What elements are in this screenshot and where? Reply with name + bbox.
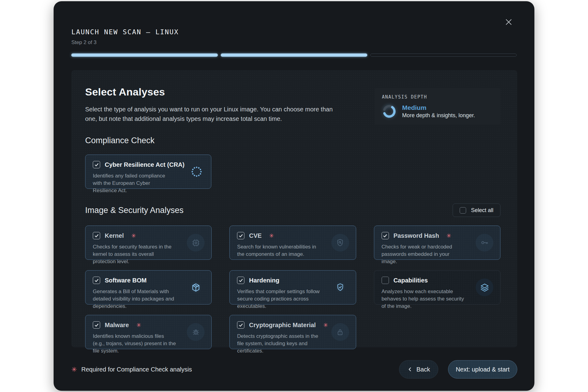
modal-title: LAUNCH NEW SCAN — LINUX xyxy=(71,28,517,36)
required-asterisk-icon: ✳ xyxy=(447,232,451,239)
select-all-label: Select all xyxy=(471,207,493,214)
analysis-card-malware[interactable]: Malware ✳ Identifies known malicious fil… xyxy=(85,315,212,349)
page-description: Select the type of analysis you want to … xyxy=(85,105,339,124)
progress-segment-2 xyxy=(221,54,367,57)
card-title: Malware xyxy=(105,322,129,329)
card-checkbox[interactable] xyxy=(93,232,100,239)
cra-checkbox[interactable] xyxy=(93,161,100,168)
analysis-depth-detail: More depth & insights, longer. xyxy=(402,112,475,119)
analysis-depth-value: Medium xyxy=(402,104,475,111)
card-description: Generates a Bill of Materials with detai… xyxy=(93,288,204,310)
card-title: Software BOM xyxy=(105,277,147,284)
select-analyses-panel: Select Analyses Select the type of analy… xyxy=(71,70,517,347)
chevron-left-icon xyxy=(407,367,413,372)
card-checkbox[interactable] xyxy=(382,232,389,239)
progress-bar xyxy=(71,54,517,57)
card-checkbox[interactable] xyxy=(237,277,244,284)
analysis-card-capabilities[interactable]: Capabilities ✳ Analyzes how each executa… xyxy=(374,270,500,304)
required-asterisk-icon: ✳ xyxy=(131,232,136,239)
analysis-depth-panel: ANALYSIS DEPTH Medium More depth & insig… xyxy=(375,88,500,125)
required-asterisk-icon: ✳ xyxy=(136,322,141,328)
key-icon xyxy=(476,234,493,252)
compliance-section-heading: Compliance Check xyxy=(85,136,500,145)
security-cards-grid: Kernel ✳ Checks for security features in… xyxy=(85,226,500,349)
select-all-button[interactable]: Select all xyxy=(453,203,500,217)
bug-icon xyxy=(187,323,205,341)
security-section-heading: Image & Security Analyses xyxy=(85,206,183,215)
analysis-card-cve[interactable]: CVE ✳ Search for known vulnerabilities i… xyxy=(229,226,356,260)
analysis-card-cryptographic-material[interactable]: Cryptographic Material ✳ Detects cryptog… xyxy=(229,315,356,349)
next-button[interactable]: Next: upload & start xyxy=(448,360,517,379)
required-note: ✳ Required for Compliance Check analysis xyxy=(71,366,192,373)
required-note-text: Required for Compliance Check analysis xyxy=(81,366,192,373)
analysis-card-hardening[interactable]: Hardening ✳ Verifies that compiler setti… xyxy=(229,270,356,304)
card-title: CVE xyxy=(249,232,262,239)
step-indicator: Step 2 of 3 xyxy=(71,39,517,46)
progress-segment-1 xyxy=(71,54,218,57)
layers-icon xyxy=(476,278,493,296)
cra-card-description: Identifies any failed compliance with th… xyxy=(93,172,204,194)
shield-search-icon xyxy=(331,234,349,252)
card-title: Capabilities xyxy=(394,277,428,284)
analysis-card-software-bom[interactable]: Software BOM ✳ Generates a Bill of Mater… xyxy=(85,270,212,304)
card-description: Identifies known malicious files (e.g., … xyxy=(93,333,204,355)
card-checkbox[interactable] xyxy=(237,232,244,239)
card-description: Verifies that compiler settings follow s… xyxy=(237,288,348,310)
modal-footer: ✳ Required for Compliance Check analysis… xyxy=(71,360,517,379)
shield-check-icon xyxy=(331,278,349,296)
cra-card[interactable]: Cyber Resilience Act (CRA) Identifies an… xyxy=(85,155,211,189)
launch-scan-modal: LAUNCH NEW SCAN — LINUX Step 2 of 3 Sele… xyxy=(54,1,534,391)
analysis-card-password-hash[interactable]: Password Hash ✳ Checks for weak or hardc… xyxy=(374,226,500,260)
package-icon xyxy=(187,278,205,296)
back-button-label: Back xyxy=(417,366,430,373)
card-description: Checks for security features in the kern… xyxy=(93,243,204,265)
required-asterisk-icon: ✳ xyxy=(269,232,274,239)
card-description: Checks for weak or hardcoded passwords e… xyxy=(382,243,493,265)
card-description: Analyzes how each executable behaves to … xyxy=(382,288,493,310)
lock-icon xyxy=(331,323,349,341)
next-button-label: Next: upload & start xyxy=(456,366,510,373)
required-asterisk-icon: ✳ xyxy=(323,322,328,328)
donut-spinner-icon xyxy=(382,104,397,119)
card-description: Detects cryptographic assets in the file… xyxy=(237,333,348,355)
card-title: Cryptographic Material xyxy=(249,322,316,329)
card-title: Hardening xyxy=(249,277,279,284)
back-button[interactable]: Back xyxy=(399,360,438,379)
analysis-depth-label: ANALYSIS DEPTH xyxy=(382,94,493,100)
card-checkbox[interactable] xyxy=(93,277,100,284)
card-title: Kernel xyxy=(105,232,124,239)
card-checkbox[interactable] xyxy=(382,277,389,284)
cra-card-title: Cyber Resilience Act (CRA) xyxy=(105,161,184,168)
cpu-icon xyxy=(187,234,205,252)
dotted-circle-icon xyxy=(191,166,202,177)
analysis-card-kernel[interactable]: Kernel ✳ Checks for security features in… xyxy=(85,226,212,260)
card-checkbox[interactable] xyxy=(93,321,100,329)
progress-segment-3 xyxy=(370,54,517,57)
modal-header: LAUNCH NEW SCAN — LINUX Step 2 of 3 xyxy=(54,1,534,57)
required-asterisk-icon: ✳ xyxy=(71,366,77,373)
card-title: Password Hash xyxy=(394,232,439,239)
card-checkbox[interactable] xyxy=(237,321,244,329)
select-all-checkbox[interactable] xyxy=(460,207,466,214)
